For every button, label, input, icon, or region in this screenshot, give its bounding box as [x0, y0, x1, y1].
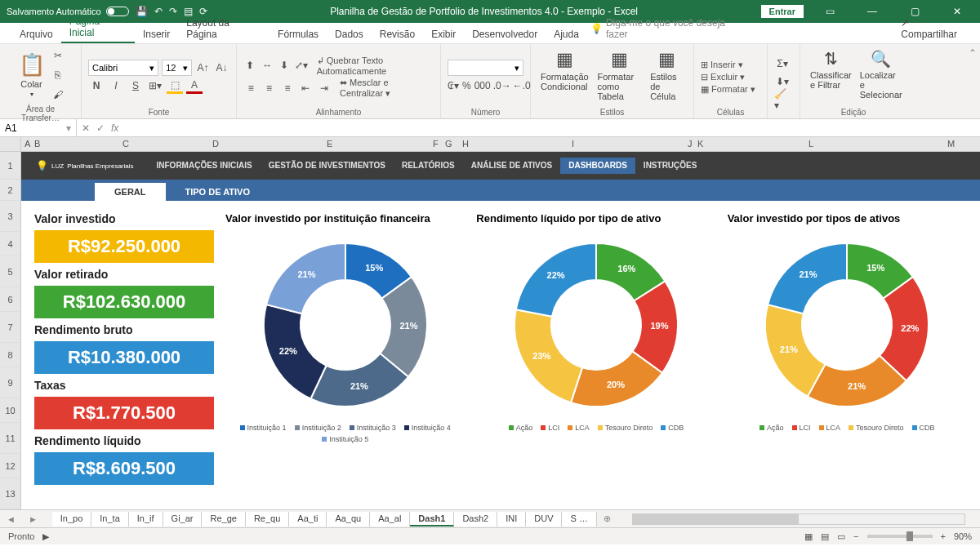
nav-relatorios[interactable]: RELATÓRIOS: [394, 158, 463, 174]
column-headers[interactable]: A B C D E F G H I J K L M: [0, 137, 980, 152]
cell-styles-button[interactable]: ▦Estilos de Célula: [647, 47, 687, 106]
insert-cells[interactable]: ⊞ Inserir ▾: [701, 60, 760, 70]
share-button[interactable]: ↗ Compartilhar: [895, 15, 972, 42]
align-bottom-icon[interactable]: ⬇: [278, 57, 292, 73]
horizontal-scrollbar[interactable]: [632, 513, 965, 525]
thousands-icon[interactable]: 000: [474, 78, 491, 94]
save-icon[interactable]: 💾: [136, 6, 148, 17]
tab-last-icon[interactable]: ►: [22, 514, 44, 524]
menu-layout[interactable]: Layout da Página: [178, 14, 270, 43]
menu-formulas[interactable]: Fórmulas: [270, 25, 327, 43]
align-right-icon[interactable]: ≡: [280, 80, 295, 96]
inc-decimal-icon[interactable]: .0→: [494, 78, 510, 94]
view-layout-icon[interactable]: ▤: [821, 531, 829, 542]
sheet-tab[interactable]: Aa_ti: [289, 512, 327, 527]
menu-dados[interactable]: Dados: [327, 25, 372, 43]
clear-icon[interactable]: 🧹▾: [774, 91, 791, 108]
sheet-tab[interactable]: In_po: [52, 512, 92, 527]
fill-color-icon[interactable]: ⬚: [167, 78, 183, 94]
delete-cells[interactable]: ⊟ Excluir ▾: [701, 72, 760, 82]
underline-icon[interactable]: S: [127, 78, 144, 94]
fx-icon[interactable]: fx: [111, 122, 118, 134]
copy-icon[interactable]: ⎘: [50, 67, 66, 83]
sheet-tab[interactable]: Re_qu: [246, 512, 289, 527]
align-left-icon[interactable]: ≡: [243, 80, 258, 96]
fill-icon[interactable]: ⬇▾: [774, 73, 791, 90]
font-size[interactable]: 12▾: [162, 60, 192, 76]
qat-icon[interactable]: ⟳: [199, 6, 207, 17]
bold-icon[interactable]: N: [88, 78, 105, 94]
tab-first-icon[interactable]: ◄: [0, 514, 22, 524]
format-cells[interactable]: ▦ Formatar ▾: [701, 84, 760, 95]
indent-inc-icon[interactable]: ⇥: [317, 80, 332, 96]
name-box[interactable]: A1▾: [0, 119, 77, 136]
menu-ajuda[interactable]: Ajuda: [546, 25, 587, 43]
zoom-level[interactable]: 90%: [954, 531, 972, 541]
font-color-icon[interactable]: A: [186, 78, 203, 94]
find-select-button[interactable]: 🔍Localizar e Selecionar: [857, 47, 906, 106]
shrink-font-icon[interactable]: A↓: [214, 60, 229, 76]
number-format[interactable]: ▾: [448, 60, 523, 76]
cut-icon[interactable]: ✂: [50, 47, 66, 64]
redo-icon[interactable]: ↷: [169, 6, 177, 17]
menu-arquivo[interactable]: Arquivo: [11, 25, 61, 43]
zoom-slider[interactable]: [867, 535, 933, 538]
subtab-geral[interactable]: GERAL: [95, 183, 166, 201]
sheet-tab[interactable]: Aa_qu: [327, 512, 370, 527]
indent-dec-icon[interactable]: ⇤: [298, 80, 313, 96]
menu-desenvolvedor[interactable]: Desenvolvedor: [464, 25, 546, 43]
nav-instrucoes[interactable]: INSTRUÇÕES: [635, 158, 706, 174]
sheet-tab[interactable]: Aa_al: [370, 512, 410, 527]
align-middle-icon[interactable]: ↔: [261, 57, 274, 73]
percent-icon[interactable]: %: [462, 78, 471, 94]
orientation-icon[interactable]: ⤢▾: [295, 57, 309, 73]
cancel-icon[interactable]: ✕: [82, 122, 90, 134]
view-normal-icon[interactable]: ▦: [804, 531, 813, 542]
row-headers[interactable]: 12345678910111213: [0, 152, 21, 509]
nav-dashboards[interactable]: DASHBOARDS: [560, 158, 635, 174]
dec-decimal-icon[interactable]: ←.0: [514, 78, 530, 94]
cond-format-button[interactable]: ▦Formatação Condicional: [537, 47, 592, 106]
undo-icon[interactable]: ↶: [154, 6, 163, 17]
merge-button[interactable]: ⬌ Mesclar e Centralizar ▾: [340, 78, 434, 99]
nav-gestao[interactable]: GESTÃO DE INVESTIMENTOS: [261, 158, 394, 174]
collapse-ribbon-icon[interactable]: ⌃: [965, 44, 980, 118]
zoom-out-icon[interactable]: −: [853, 531, 858, 541]
sheet-tab[interactable]: INI: [497, 512, 526, 527]
sheet-tab[interactable]: In_if: [129, 512, 163, 527]
menu-exibir[interactable]: Exibir: [423, 25, 464, 43]
currency-icon[interactable]: ₢▾: [448, 78, 459, 94]
format-painter-icon[interactable]: 🖌: [50, 87, 66, 103]
border-icon[interactable]: ⊞▾: [147, 78, 163, 94]
font-select[interactable]: Calibri▾: [88, 60, 158, 76]
enter-icon[interactable]: ✓: [96, 122, 105, 134]
sheet-tab[interactable]: In_ta: [91, 512, 128, 527]
menu-pagina-inicial[interactable]: Página Inicial: [61, 12, 135, 43]
menu-inserir[interactable]: Inserir: [135, 25, 178, 43]
qat-icon[interactable]: ▤: [184, 6, 193, 17]
zoom-in-icon[interactable]: +: [941, 531, 946, 541]
sort-filter-button[interactable]: ⇅Classificar e Filtrar: [807, 47, 855, 106]
sheet-tab[interactable]: S …: [562, 512, 596, 527]
tell-me-input[interactable]: 💡 Diga-me o que você deseja fazer: [587, 14, 748, 43]
wrap-button[interactable]: ↲ Quebrar Texto Automaticamente: [317, 56, 434, 76]
sum-icon[interactable]: Σ▾: [774, 56, 791, 72]
macro-icon[interactable]: ▶: [42, 531, 49, 542]
sheet-tab[interactable]: Gi_ar: [163, 512, 203, 527]
nav-informacoes[interactable]: INFORMAÇÕES INICIAIS: [149, 158, 261, 174]
align-center-icon[interactable]: ≡: [261, 80, 276, 96]
nav-analise[interactable]: ANÁLISE DE ATIVOS: [463, 158, 560, 174]
grow-font-icon[interactable]: A↑: [195, 60, 211, 76]
view-break-icon[interactable]: ▭: [837, 531, 845, 542]
italic-icon[interactable]: I: [108, 78, 124, 94]
subtab-tipo[interactable]: TIPO DE ATIVO: [166, 183, 270, 201]
sheet-tab[interactable]: Dash1: [410, 512, 454, 527]
menu-revisao[interactable]: Revisão: [372, 25, 423, 43]
format-table-button[interactable]: ▦Formatar como Tabela: [594, 47, 645, 106]
sheet-tab[interactable]: DUV: [526, 512, 562, 527]
sheet-tab[interactable]: Dash2: [454, 512, 497, 527]
select-all-corner[interactable]: [0, 137, 21, 151]
sheet-tab[interactable]: Re_ge: [202, 512, 245, 527]
new-sheet-icon[interactable]: ⊕: [597, 513, 617, 524]
paste-button[interactable]: 📋Colar▾: [16, 51, 48, 100]
